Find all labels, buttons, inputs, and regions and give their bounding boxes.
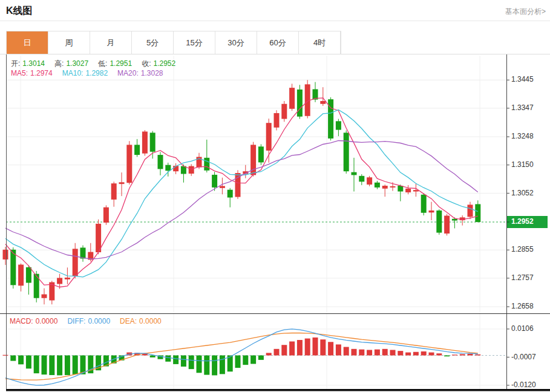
tab-周[interactable]: 周 — [48, 31, 90, 54]
tab-5分[interactable]: 5分 — [132, 31, 174, 54]
timeframe-tabs: 日周月5分15分30分60分4时 — [6, 31, 341, 54]
axis-tick-label: 1.3248 — [511, 132, 534, 140]
page-header: K线图 基本面分析> — [0, 0, 550, 21]
axis-tick-label: 1.2757 — [511, 273, 534, 282]
current-price-badge: 1.2952 — [506, 216, 548, 228]
macd-pane — [3, 329, 481, 385]
gridlines — [6, 56, 506, 389]
axis-tick-label: -0.0120 — [511, 381, 536, 389]
axis-tick-label: 1.2855 — [511, 245, 534, 253]
kline-chart: 1.34451.33471.32481.31501.30521.28551.27… — [0, 54, 550, 392]
ma20-line — [5, 141, 478, 260]
page-title: K线图 — [6, 5, 33, 18]
tab-30分[interactable]: 30分 — [215, 31, 257, 54]
tab-60分[interactable]: 60分 — [257, 31, 299, 54]
axis-tick-label: 1.3052 — [511, 189, 534, 197]
fundamental-analysis-link[interactable]: 基本面分析> — [505, 7, 546, 17]
axis-tick-label: 1.3347 — [511, 103, 534, 112]
axis-tick-label: 1.3445 — [511, 75, 534, 83]
candles — [3, 80, 481, 304]
tab-月[interactable]: 月 — [90, 31, 132, 54]
axis-tick-label: 1.2658 — [511, 302, 534, 310]
axis-labels: 1.34451.33471.32481.31501.30521.28551.27… — [506, 75, 536, 389]
current-price-label: 1.2952 — [511, 217, 534, 226]
tab-15分[interactable]: 15分 — [174, 31, 215, 54]
axis-tick-label: 0.0106 — [511, 324, 534, 333]
chart-frame — [0, 54, 550, 391]
tab-日[interactable]: 日 — [7, 31, 48, 54]
tab-4时[interactable]: 4时 — [299, 31, 341, 54]
axis-tick-label: 1.3150 — [511, 160, 534, 169]
axis-tick-label: -0.0007 — [511, 353, 536, 361]
